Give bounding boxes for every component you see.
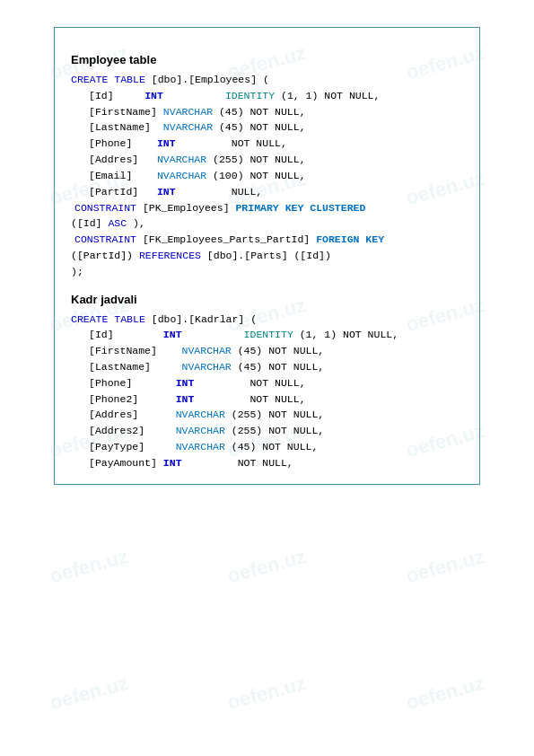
code-line: [FirstName] NVARCHAR (45) NOT NULL, <box>89 104 463 120</box>
keyword-constraint: CONSTRAINT <box>74 233 136 245</box>
code-line: CREATE TABLE [dbo].[Employees] ( <box>71 72 463 88</box>
keyword-int: INT <box>163 329 182 340</box>
field-name: [Phone] <box>89 137 157 149</box>
keyword-int: INT <box>176 377 195 389</box>
keyword-int: INT <box>157 186 176 198</box>
keyword-nvarchar: NVARCHAR <box>176 441 225 453</box>
field-name: [Addres] <box>89 409 176 420</box>
code-line: [Phone2] INT NOT NULL, <box>89 391 463 408</box>
field-rest: (45) NOT NULL, <box>232 441 319 453</box>
field-rest: NOT NULL, <box>200 377 305 389</box>
page-content: Employee table CREATE TABLE [dbo].[Emplo… <box>0 0 534 756</box>
keyword-nvarchar: NVARCHAR <box>182 361 232 373</box>
fk-fields: ([PartId]) <box>71 250 139 261</box>
end-stmt: ); <box>71 266 83 277</box>
keyword-references: REFERENCES <box>139 250 201 261</box>
keyword-int: INT <box>176 393 195 405</box>
code-line: [PayAmount] INT NOT NULL, <box>89 455 463 471</box>
code-line: [Id] INT IDENTITY (1, 1) NOT NULL, <box>89 88 463 104</box>
code-line: [PayType] NVARCHAR (45) NOT NULL, <box>89 439 463 455</box>
pk-end: ), <box>133 217 145 229</box>
constraint-name: [FK_Employees_Parts_PartId] <box>143 233 316 245</box>
code-line: CONSTRAINT [PK_Employees] PRIMARY KEY CL… <box>74 200 463 216</box>
code-line: [Addres] NVARCHAR (255) NOT NULL, <box>89 152 463 168</box>
employee-section: Employee table CREATE TABLE [dbo].[Emplo… <box>71 53 463 280</box>
field-name: [Phone2] <box>89 393 176 405</box>
field-name: [FirstName] <box>89 106 163 118</box>
keyword-asc: ASC <box>108 217 127 229</box>
code-line: [LastName] NVARCHAR (45) NOT NULL, <box>89 119 463 136</box>
constraint-name: [PK_Employees] <box>143 202 236 214</box>
content-box: Employee table CREATE TABLE [dbo].[Emplo… <box>54 27 480 485</box>
keyword-nvarchar: NVARCHAR <box>157 170 206 181</box>
kadr-title: Kadr jadvali <box>71 293 463 306</box>
keyword-nvarchar: NVARCHAR <box>182 345 232 356</box>
table-name: [dbo].[Employees] ( <box>152 74 269 85</box>
code-line: [Addres2] NVARCHAR (255) NOT NULL, <box>89 423 463 439</box>
code-line: [Addres] NVARCHAR (255) NOT NULL, <box>89 407 463 423</box>
keyword-constraint: CONSTRAINT <box>74 202 136 214</box>
field-name: [PartId] <box>89 186 157 198</box>
field-name: [FirstName] <box>89 345 182 356</box>
keyword-identity: IDENTITY <box>244 329 293 340</box>
field-rest: (1, 1) NOT NULL, <box>281 90 380 101</box>
fk-ref: [dbo].[Parts] ([Id]) <box>207 250 331 261</box>
code-line: [Id] INT IDENTITY (1, 1) NOT NULL, <box>89 327 463 343</box>
field-rest: (255) NOT NULL, <box>232 409 325 420</box>
keyword-primary: PRIMARY KEY CLUSTERED <box>235 202 365 214</box>
pk-fields: ([Id] <box>71 217 108 229</box>
field-name: [Id] <box>89 90 138 101</box>
field-rest: NOT NULL, <box>182 137 287 149</box>
field-rest: (45) NOT NULL, <box>219 121 306 133</box>
field-name: [PayType] <box>89 441 176 453</box>
field-name: [Phone] <box>89 377 176 389</box>
field-rest: (100) NOT NULL, <box>213 170 306 181</box>
code-line: ([Id] ASC ), <box>71 215 463 232</box>
code-line: [Phone] INT NOT NULL, <box>89 375 463 391</box>
code-line: CREATE TABLE [dbo].[Kadrlar] ( <box>71 312 463 328</box>
table-name: [dbo].[Kadrlar] ( <box>152 313 257 325</box>
field-name: [Email] <box>89 170 157 181</box>
keyword-foreign: FOREIGN KEY <box>316 233 384 245</box>
field-name: [LastName] <box>89 361 182 373</box>
code-line: [PartId] INT NULL, <box>89 184 463 200</box>
employee-code: CREATE TABLE [dbo].[Employees] ( [Id] IN… <box>71 72 463 280</box>
keyword-create: CREATE TABLE <box>71 313 145 325</box>
field-name: [PayAmount] <box>89 457 163 469</box>
keyword-nvarchar: NVARCHAR <box>157 154 206 165</box>
field-rest: NOT NULL, <box>188 457 293 469</box>
field-rest: (1, 1) NOT NULL, <box>300 329 398 340</box>
code-line: [LastName] NVARCHAR (45) NOT NULL, <box>89 359 463 375</box>
code-line: CONSTRAINT [FK_Employees_Parts_PartId] F… <box>74 232 463 248</box>
keyword-nvarchar: NVARCHAR <box>163 121 213 133</box>
keyword-int: INT <box>163 457 182 469</box>
spacer <box>170 90 219 101</box>
keyword-nvarchar: NVARCHAR <box>176 425 225 436</box>
keyword-nvarchar: NVARCHAR <box>176 409 225 420</box>
field-rest: (255) NOT NULL, <box>213 154 306 165</box>
kadr-section: Kadr jadvali CREATE TABLE [dbo].[Kadrlar… <box>71 293 463 471</box>
field-rest: (45) NOT NULL, <box>238 361 325 373</box>
field-name: [Addres] <box>89 154 157 165</box>
field-name: [Addres2] <box>89 425 176 436</box>
field-rest: (45) NOT NULL, <box>238 345 325 356</box>
spacer <box>188 329 237 340</box>
keyword-int: INT <box>157 137 176 149</box>
field-name: [LastName] <box>89 121 163 133</box>
keyword-nvarchar: NVARCHAR <box>163 106 213 118</box>
code-line: ); <box>71 264 463 280</box>
keyword-int: INT <box>144 90 163 101</box>
code-line: [Email] NVARCHAR (100) NOT NULL, <box>89 168 463 184</box>
field-name: [Id] <box>89 329 157 340</box>
field-rest: NOT NULL, <box>200 393 305 405</box>
code-line: [Phone] INT NOT NULL, <box>89 136 463 152</box>
keyword-identity: IDENTITY <box>225 90 275 101</box>
keyword-create: CREATE TABLE <box>71 74 145 85</box>
kadr-code: CREATE TABLE [dbo].[Kadrlar] ( [Id] INT … <box>71 312 463 471</box>
field-rest: NULL, <box>182 186 263 198</box>
field-rest: (45) NOT NULL, <box>219 106 306 118</box>
field-rest: (255) NOT NULL, <box>232 425 325 436</box>
code-line: [FirstName] NVARCHAR (45) NOT NULL, <box>89 343 463 359</box>
code-line: ([PartId]) REFERENCES [dbo].[Parts] ([Id… <box>71 248 463 264</box>
employee-title: Employee table <box>71 53 463 66</box>
